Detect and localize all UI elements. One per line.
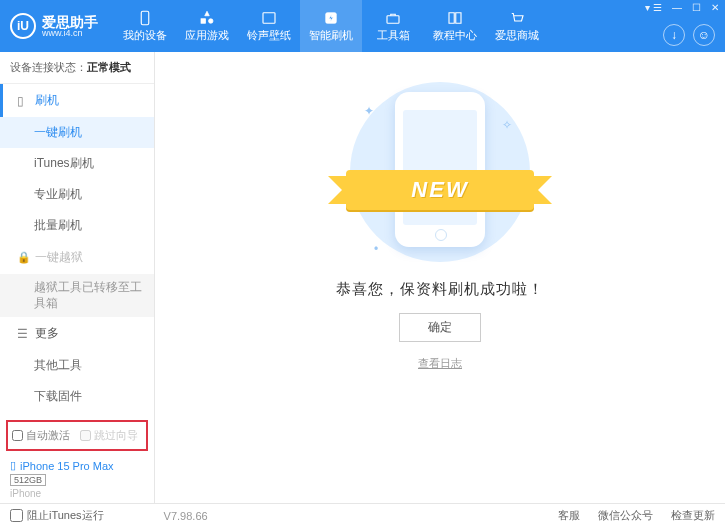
app-name: 爱思助手 [42, 15, 98, 29]
lock-icon: 🔒 [17, 251, 29, 264]
svg-rect-1 [201, 19, 206, 24]
flash-icon [322, 9, 340, 27]
minimize-button[interactable]: — [672, 2, 682, 13]
tab-smart-flash[interactable]: 智能刷机 [300, 0, 362, 52]
apps-icon [198, 9, 216, 27]
phone-icon: ▯ [17, 94, 29, 108]
tab-tutorials[interactable]: 教程中心 [424, 0, 486, 52]
sidebar-item-download-firmware[interactable]: 下载固件 [0, 381, 154, 412]
cart-icon [508, 9, 526, 27]
sidebar-item-pro-flash[interactable]: 专业刷机 [0, 179, 154, 210]
toolbox-icon [384, 9, 402, 27]
phone-small-icon: ▯ [10, 459, 16, 472]
device-icon [136, 9, 154, 27]
tab-apps-games[interactable]: 应用游戏 [176, 0, 238, 52]
app-header: iU 爱思助手 www.i4.cn 我的设备 应用游戏 铃声壁纸 智能刷机 工具… [0, 0, 725, 52]
device-type: iPhone [10, 488, 144, 499]
ok-button[interactable]: 确定 [399, 313, 481, 342]
sidebar-item-itunes-flash[interactable]: iTunes刷机 [0, 148, 154, 179]
auto-activate-checkbox[interactable]: 自动激活 [12, 428, 70, 443]
support-link[interactable]: 客服 [558, 508, 580, 523]
more-icon: ☰ [17, 327, 29, 341]
download-button[interactable]: ↓ [663, 24, 685, 46]
user-button[interactable]: ☺ [693, 24, 715, 46]
tab-my-device[interactable]: 我的设备 [114, 0, 176, 52]
app-url: www.i4.cn [42, 29, 98, 38]
new-ribbon: NEW [346, 170, 534, 210]
svg-rect-3 [263, 13, 275, 24]
sidebar-item-other-tools[interactable]: 其他工具 [0, 350, 154, 381]
connection-status: 设备连接状态：正常模式 [0, 52, 154, 84]
logo: iU 爱思助手 www.i4.cn [10, 13, 98, 39]
jailbreak-note: 越狱工具已转移至工具箱 [0, 274, 154, 317]
image-icon [260, 9, 278, 27]
close-button[interactable]: ✕ [711, 2, 719, 13]
tab-ringtones-wallpapers[interactable]: 铃声壁纸 [238, 0, 300, 52]
storage-badge: 512GB [10, 474, 46, 486]
version-label: V7.98.66 [164, 510, 208, 522]
sparkle-icon: • [374, 242, 378, 256]
device-info: ▯iPhone 15 Pro Max 512GB iPhone [0, 455, 154, 503]
menu-icon[interactable]: ▾ ☰ [645, 2, 662, 13]
sidebar-item-advanced[interactable]: 高级功能 [0, 412, 154, 416]
maximize-button[interactable]: ☐ [692, 2, 701, 13]
window-controls: ▾ ☰ — ☐ ✕ [645, 2, 719, 13]
view-log-link[interactable]: 查看日志 [418, 356, 462, 371]
device-name[interactable]: ▯iPhone 15 Pro Max [10, 459, 144, 472]
book-icon [446, 9, 464, 27]
tab-toolbox[interactable]: 工具箱 [362, 0, 424, 52]
category-flash[interactable]: ▯刷机 [0, 84, 154, 117]
svg-point-2 [209, 19, 214, 24]
success-message: 恭喜您，保资料刷机成功啦！ [336, 280, 544, 299]
check-update-link[interactable]: 检查更新 [671, 508, 715, 523]
skip-guide-checkbox[interactable]: 跳过向导 [80, 428, 138, 443]
tab-store[interactable]: 爱思商城 [486, 0, 548, 52]
sidebar: 设备连接状态：正常模式 ▯刷机 一键刷机 iTunes刷机 专业刷机 批量刷机 … [0, 52, 155, 503]
category-more[interactable]: ☰更多 [0, 317, 154, 350]
svg-rect-0 [141, 11, 149, 25]
svg-rect-5 [387, 16, 399, 24]
sparkle-icon: ✦ [364, 104, 374, 118]
block-itunes-checkbox[interactable]: 阻止iTunes运行 [10, 508, 104, 523]
wechat-link[interactable]: 微信公众号 [598, 508, 653, 523]
category-jailbreak: 🔒一键越狱 [0, 241, 154, 274]
sidebar-item-oneclick-flash[interactable]: 一键刷机 [0, 117, 154, 148]
main-content: ✦ ✧ • NEW 恭喜您，保资料刷机成功啦！ 确定 查看日志 [155, 52, 725, 503]
options-highlight-box: 自动激活 跳过向导 [6, 420, 148, 451]
nav-tabs: 我的设备 应用游戏 铃声壁纸 智能刷机 工具箱 教程中心 爱思商城 [114, 0, 548, 52]
success-illustration: ✦ ✧ • NEW [350, 82, 530, 262]
sparkle-icon: ✧ [502, 118, 512, 132]
sidebar-item-batch-flash[interactable]: 批量刷机 [0, 210, 154, 241]
logo-icon: iU [10, 13, 36, 39]
footer: 阻止iTunes运行 V7.98.66 客服 微信公众号 检查更新 [0, 503, 725, 527]
